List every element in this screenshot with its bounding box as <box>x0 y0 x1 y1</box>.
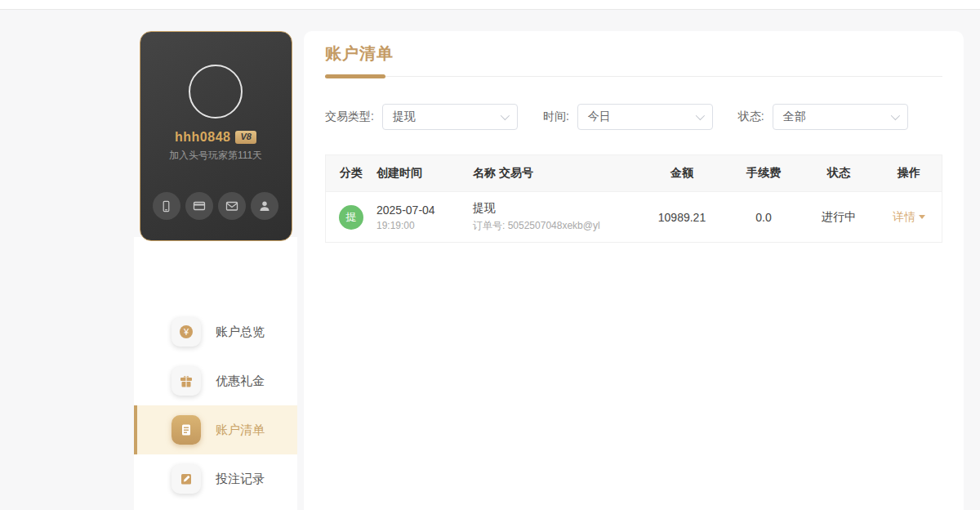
row-date: 2025-07-04 <box>376 204 473 217</box>
sidebar-item-label: 账户总览 <box>216 324 265 340</box>
chevron-down-icon <box>696 111 705 120</box>
row-details-button[interactable]: 详情 <box>893 210 925 223</box>
sidebar-item-promotions[interactable]: 优惠礼金 <box>134 356 297 405</box>
row-fee: 0.0 <box>726 211 801 224</box>
sidebar-item-betting-records[interactable]: 投注记录 <box>134 454 297 503</box>
title-underline <box>325 74 385 78</box>
col-fee: 手续费 <box>726 166 801 181</box>
row-status: 进行中 <box>801 210 876 225</box>
page-title: 账户清单 <box>325 42 942 65</box>
gift-icon <box>172 366 201 396</box>
col-created-time: 创建时间 <box>376 166 473 181</box>
chevron-down-icon <box>890 111 899 120</box>
sidebar: ¥ 账户总览 优惠礼金 <box>134 31 297 510</box>
time-select[interactable]: 今日 <box>577 104 713 130</box>
record-icon <box>172 464 201 494</box>
sidebar-item-label: 账户清单 <box>216 423 265 438</box>
sidebar-menu: ¥ 账户总览 优惠礼金 <box>134 237 297 510</box>
transaction-type-label: 交易类型: <box>325 110 374 124</box>
sidebar-item-label: 优惠礼金 <box>216 374 265 389</box>
col-category: 分类 <box>326 166 376 181</box>
filter-bar: 交易类型: 提现 时间: 今日 状态: 全部 <box>325 104 942 130</box>
col-amount: 金额 <box>638 166 726 181</box>
sidebar-item-label: 投注记录 <box>216 472 265 487</box>
bank-card-icon[interactable] <box>185 192 213 220</box>
avatar <box>189 65 243 119</box>
sidebar-item-account-security[interactable]: 账户安全 <box>134 503 297 510</box>
status-label: 状态: <box>738 110 764 124</box>
col-action: 操作 <box>876 166 942 181</box>
caret-down-icon <box>919 215 925 219</box>
time-label: 时间: <box>543 110 569 124</box>
status-select[interactable]: 全部 <box>773 104 908 130</box>
row-time: 19:19:00 <box>376 220 473 231</box>
mail-icon[interactable] <box>218 192 246 220</box>
join-days-text: 加入头号玩家第111天 <box>140 149 292 163</box>
sidebar-item-account-overview[interactable]: ¥ 账户总览 <box>134 307 297 356</box>
transactions-table: 分类 创建时间 名称 交易号 金额 手续费 状态 操作 提 2025-07-04… <box>325 154 942 243</box>
phone-icon[interactable] <box>153 192 180 220</box>
coin-icon: ¥ <box>172 317 201 347</box>
username: hhh0848 <box>175 130 230 145</box>
row-amount: 10989.21 <box>638 211 726 224</box>
row-order-no: 订单号: 5052507048xekb@yl <box>473 219 638 233</box>
top-bar <box>0 0 980 10</box>
profile-card: hhh0848 V8 加入头号玩家第111天 <box>140 31 292 241</box>
header-divider <box>325 76 942 77</box>
col-status: 状态 <box>801 166 876 181</box>
row-name: 提现 <box>473 201 638 216</box>
user-icon[interactable] <box>251 192 278 220</box>
transaction-type-select[interactable]: 提现 <box>382 104 518 130</box>
vip-level-badge: V8 <box>235 131 256 144</box>
col-name-txn-no: 名称 交易号 <box>473 166 638 181</box>
statement-icon <box>172 415 201 445</box>
sidebar-item-account-statement[interactable]: 账户清单 <box>134 405 297 454</box>
main-panel: 账户清单 交易类型: 提现 时间: 今日 状态: 全部 <box>304 31 964 510</box>
chevron-down-icon <box>501 111 510 120</box>
table-row: 提 2025-07-04 19:19:00 提现 订单号: 5052507048… <box>326 191 942 242</box>
table-header-row: 分类 创建时间 名称 交易号 金额 手续费 状态 操作 <box>326 155 942 191</box>
withdraw-category-badge: 提 <box>339 205 363 230</box>
svg-text:¥: ¥ <box>183 327 189 337</box>
